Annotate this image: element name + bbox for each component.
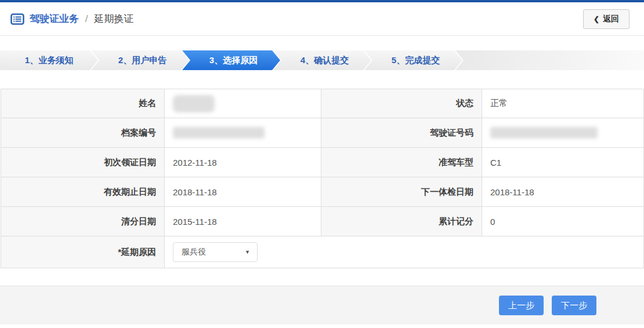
redacted-license-number-value [490,127,598,139]
step-tab-1[interactable]: 1、业务须知 [0,50,98,70]
value-expiry-date: 2018-11-18 [165,177,321,207]
label-license-number: 驾驶证号码 [321,118,482,148]
action-bar: 上一步 下一步 [0,286,644,325]
extension-reason-selected-value: 服兵役 [182,247,206,257]
label-extension-reason: *延期原因 [1,236,165,268]
label-points-clear-date: 清分日期 [1,207,165,236]
redacted-name-value [173,95,215,112]
page-title-separator: / [85,13,88,24]
label-accumulated-points: 累计记分 [321,207,482,236]
value-status: 正常 [482,89,644,118]
chevron-left-icon: ❮ [594,15,599,23]
value-name [165,89,321,118]
step-tab-3-active[interactable]: 3、选择原因 [182,50,280,70]
label-vehicle-class: 准驾车型 [321,148,482,177]
breadcrumb: 驾驶证业务 / 延期换证 [10,12,133,25]
value-first-issue-date: 2012-11-18 [165,148,321,177]
step-tab-4[interactable]: 4、确认提交 [273,50,371,70]
label-status: 状态 [321,89,482,118]
label-expiry-date: 有效期止日期 [1,177,165,207]
step-tab-2[interactable]: 2、用户申告 [91,50,189,70]
value-points-clear-date: 2015-11-18 [165,207,321,236]
back-button[interactable]: ❮ 返回 [583,9,629,29]
list-document-icon [10,13,24,25]
step-bar-filler [455,50,644,70]
caret-down-icon: ▼ [245,249,250,255]
step-tab-5[interactable]: 5、完成提交 [364,50,462,70]
license-info-table: 姓名 状态 正常 档案编号 驾驶证号码 初次领证日期 2012-11-18 准驾… [1,89,643,268]
label-file-number: 档案编号 [1,118,165,148]
page-header: 驾驶证业务 / 延期换证 ❮ 返回 [0,2,644,36]
value-vehicle-class: C1 [482,148,644,177]
value-license-number [482,118,644,148]
label-first-issue-date: 初次领证日期 [1,148,165,177]
next-step-button[interactable]: 下一步 [552,296,596,315]
back-button-label: 返回 [603,14,619,24]
extension-reason-select[interactable]: 服兵役 ▼ [173,242,258,262]
label-name: 姓名 [1,89,165,118]
page-title: 驾驶证业务 / 延期换证 [30,12,133,25]
label-next-physical-date: 下一体检日期 [321,177,482,207]
page-title-secondary: 延期换证 [94,13,133,24]
extension-reason-cell: 服兵役 ▼ [165,236,644,268]
page-title-primary: 驾驶证业务 [30,13,79,24]
previous-step-button[interactable]: 上一步 [499,296,544,315]
value-accumulated-points: 0 [482,207,644,236]
value-next-physical-date: 2018-11-18 [482,177,644,207]
value-file-number [165,118,321,148]
redacted-file-number-value [173,127,265,139]
step-progress-bar: 1、业务须知 2、用户申告 3、选择原因 4、确认提交 5、完成提交 [0,50,644,70]
